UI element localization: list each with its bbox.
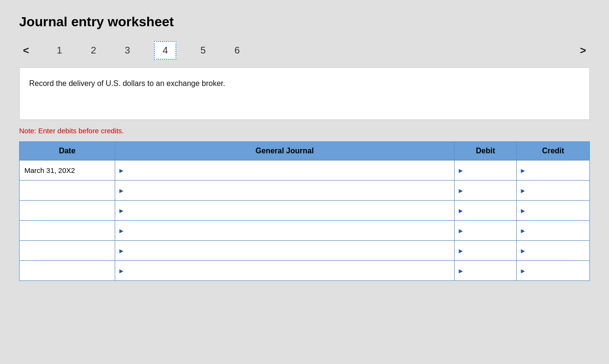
date-cell-2 — [20, 201, 115, 221]
credit-input-0[interactable] — [528, 161, 589, 180]
date-cell-0: March 31, 20X2 — [20, 161, 115, 181]
date-cell-5 — [20, 261, 115, 281]
credit-arrow-4: ► — [517, 247, 528, 255]
journal-arrow-3: ► — [115, 227, 127, 235]
journal-arrow-0: ► — [115, 167, 127, 174]
journal-cell-3[interactable]: ► — [115, 221, 455, 241]
next-arrow[interactable]: > — [576, 43, 590, 59]
debit-arrow-1: ► — [455, 187, 466, 194]
header-general-journal: General Journal — [115, 142, 455, 161]
table-row: March 31, 20X2 ► ► ► — [20, 161, 590, 181]
page-num-4[interactable]: 4 — [154, 41, 176, 60]
page-num-5[interactable]: 5 — [196, 42, 210, 59]
table-row: ► ► ► — [20, 181, 590, 201]
credit-arrow-3: ► — [517, 227, 528, 235]
debit-cell-3[interactable]: ► — [455, 221, 517, 241]
page-num-1[interactable]: 1 — [52, 42, 67, 59]
debit-cell-5[interactable]: ► — [455, 261, 517, 281]
journal-cell-4[interactable]: ► — [115, 241, 455, 261]
credit-cell-0[interactable]: ► — [517, 161, 590, 181]
debit-arrow-5: ► — [455, 267, 466, 275]
description-text: Record the delivery of U.S. dollars to a… — [29, 79, 225, 87]
journal-arrow-1: ► — [115, 187, 127, 194]
journal-cell-5[interactable]: ► — [115, 261, 455, 281]
prev-arrow[interactable]: < — [19, 43, 33, 59]
table-row: ► ► ► — [20, 241, 590, 261]
debit-input-2[interactable] — [466, 201, 516, 220]
journal-input-2[interactable] — [127, 201, 454, 220]
debit-cell-0[interactable]: ► — [455, 161, 517, 181]
page-numbers: 1 2 3 4 5 6 — [52, 41, 557, 60]
credit-arrow-2: ► — [517, 207, 528, 214]
credit-input-2[interactable] — [528, 201, 589, 220]
journal-table: Date General Journal Debit Credit March … — [19, 141, 590, 281]
journal-input-4[interactable] — [127, 241, 454, 260]
credit-input-5[interactable] — [528, 261, 589, 280]
credit-input-3[interactable] — [528, 221, 589, 240]
header-date: Date — [20, 142, 115, 161]
debit-arrow-4: ► — [455, 247, 466, 255]
credit-arrow-1: ► — [517, 187, 528, 194]
page-num-6[interactable]: 6 — [229, 42, 244, 59]
credit-input-4[interactable] — [528, 241, 589, 260]
navigation-row: < 1 2 3 4 5 6 > — [19, 41, 590, 60]
debit-input-5[interactable] — [466, 261, 516, 280]
date-cell-4 — [20, 241, 115, 261]
debit-arrow-3: ► — [455, 227, 466, 235]
table-row: ► ► ► — [20, 261, 590, 281]
debit-arrow-0: ► — [455, 167, 466, 174]
credit-cell-3[interactable]: ► — [517, 221, 590, 241]
header-credit: Credit — [517, 142, 590, 161]
page-num-3[interactable]: 3 — [120, 42, 135, 59]
date-cell-3 — [20, 221, 115, 241]
date-cell-1 — [20, 181, 115, 201]
journal-arrow-5: ► — [115, 267, 127, 275]
journal-arrow-2: ► — [115, 207, 127, 214]
credit-arrow-5: ► — [517, 267, 528, 275]
debit-arrow-2: ► — [455, 207, 466, 214]
page-num-2[interactable]: 2 — [86, 42, 101, 59]
debit-input-0[interactable] — [466, 161, 516, 180]
credit-input-1[interactable] — [528, 181, 589, 200]
debit-cell-4[interactable]: ► — [455, 241, 517, 261]
journal-cell-0[interactable]: ► — [115, 161, 455, 181]
credit-cell-4[interactable]: ► — [517, 241, 590, 261]
journal-arrow-4: ► — [115, 247, 127, 255]
table-row: ► ► ► — [20, 201, 590, 221]
credit-cell-5[interactable]: ► — [517, 261, 590, 281]
page-title: Journal entry worksheet — [19, 14, 590, 30]
debit-input-4[interactable] — [466, 241, 516, 260]
description-box: Record the delivery of U.S. dollars to a… — [19, 67, 590, 120]
credit-cell-1[interactable]: ► — [517, 181, 590, 201]
credit-cell-2[interactable]: ► — [517, 201, 590, 221]
debit-cell-2[interactable]: ► — [455, 201, 517, 221]
journal-input-3[interactable] — [127, 221, 454, 240]
table-row: ► ► ► — [20, 221, 590, 241]
note-text: Note: Enter debits before credits. — [19, 127, 590, 135]
journal-cell-1[interactable]: ► — [115, 181, 455, 201]
debit-cell-1[interactable]: ► — [455, 181, 517, 201]
journal-input-0[interactable] — [127, 161, 454, 180]
journal-input-5[interactable] — [127, 261, 454, 280]
journal-input-1[interactable] — [127, 181, 454, 200]
debit-input-3[interactable] — [466, 221, 516, 240]
header-debit: Debit — [455, 142, 517, 161]
credit-arrow-0: ► — [517, 167, 528, 174]
journal-cell-2[interactable]: ► — [115, 201, 455, 221]
debit-input-1[interactable] — [466, 181, 516, 200]
